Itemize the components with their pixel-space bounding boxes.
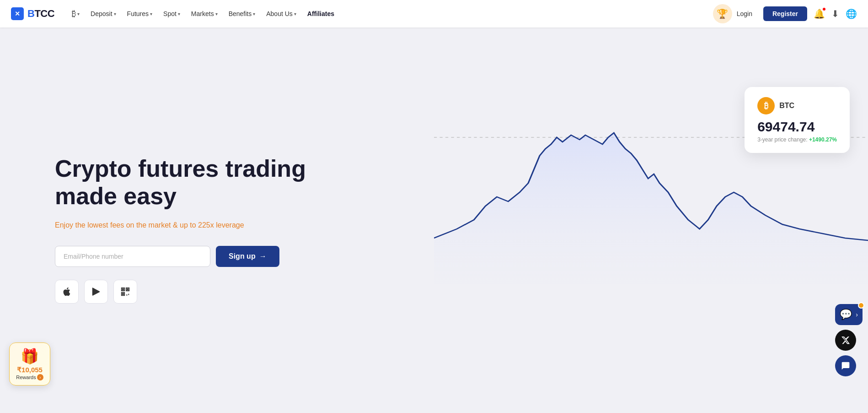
- support-arrow-icon: ›: [856, 311, 858, 318]
- chart-section: ₿ BTC 69474.74 3-year price change: +149…: [434, 27, 868, 413]
- nav-deposit[interactable]: Deposit ▾: [86, 7, 120, 20]
- notification-badge: [822, 7, 826, 11]
- logo-area[interactable]: ✕ BTCC: [11, 7, 54, 20]
- btc-price: 69474.74: [757, 119, 837, 135]
- hero-section: Crypto futures trading made easy Enjoy t…: [0, 27, 434, 413]
- bitcoin-nav-item[interactable]: ₿ ▾: [67, 6, 84, 22]
- register-button[interactable]: Register: [763, 6, 807, 21]
- chat-bubble-icon: [841, 361, 850, 370]
- download-icon[interactable]: ⬇: [831, 8, 839, 19]
- signup-row: Sign up →: [55, 246, 407, 267]
- x-social-button[interactable]: [835, 330, 856, 351]
- hero-subtitle: Enjoy the lowest fees on the market & up…: [55, 221, 407, 229]
- btc-change-value: +1490.27%: [809, 136, 837, 143]
- app-download-icons: [55, 280, 407, 304]
- btc-change: 3-year price change: +1490.27%: [757, 136, 837, 143]
- notification-icon[interactable]: 🔔: [814, 8, 825, 19]
- support-chat-icon: 💬: [840, 309, 852, 321]
- main-content: Crypto futures trading made easy Enjoy t…: [0, 27, 868, 413]
- apple-icon: [62, 287, 72, 297]
- qr-code-button[interactable]: [113, 280, 137, 304]
- nav-spot[interactable]: Spot ▾: [159, 7, 185, 20]
- btc-symbol: BTC: [779, 102, 794, 110]
- nav-about[interactable]: About Us ▾: [262, 7, 301, 20]
- hero-title: Crypto futures trading made easy: [55, 155, 407, 210]
- main-nav: Deposit ▾ Futures ▾ Spot ▾ Markets ▾ Ben…: [86, 7, 711, 20]
- btc-card-header: ₿ BTC: [757, 97, 837, 114]
- benefits-chevron-icon: ▾: [253, 11, 255, 16]
- svg-rect-3: [122, 288, 124, 290]
- x-icon: [841, 336, 850, 345]
- rewards-widget[interactable]: 🎁 ₹10,055 Rewards ›: [9, 342, 50, 386]
- futures-chevron-icon: ▾: [150, 11, 152, 16]
- rewards-emoji: 🎁: [21, 348, 39, 365]
- header: ✕ BTCC ₿ ▾ Deposit ▾ Futures ▾ Spot ▾ Ma…: [0, 0, 868, 27]
- google-play-button[interactable]: [84, 280, 108, 304]
- google-play-icon: [91, 287, 101, 297]
- btcc-logo-icon: ✕: [11, 7, 24, 20]
- qr-code-icon: [120, 287, 130, 297]
- markets-chevron-icon: ▾: [215, 11, 218, 16]
- deposit-chevron-icon: ▾: [114, 11, 116, 16]
- signup-button[interactable]: Sign up →: [216, 246, 279, 267]
- chat-support-widget[interactable]: 💬 ›: [835, 304, 863, 325]
- btc-coin-icon: ₿: [757, 97, 775, 114]
- email-input[interactable]: [55, 246, 210, 267]
- rewards-label: Rewards ›: [16, 374, 43, 380]
- about-chevron-icon: ▾: [294, 11, 296, 16]
- nav-affiliates[interactable]: Affiliates: [303, 7, 339, 20]
- nav-markets[interactable]: Markets ▾: [187, 7, 222, 20]
- svg-rect-5: [122, 293, 124, 295]
- globe-icon[interactable]: 🌐: [846, 8, 857, 19]
- rewards-amount: ₹10,055: [17, 366, 43, 374]
- live-chat-button[interactable]: [835, 355, 856, 376]
- bitcoin-chevron-icon: ▾: [77, 11, 80, 16]
- spot-chevron-icon: ▾: [178, 11, 180, 16]
- chart-area: ₿ BTC 69474.74 3-year price change: +149…: [434, 27, 868, 413]
- header-right: Login Register 🔔 ⬇ 🌐: [732, 6, 857, 21]
- nav-futures[interactable]: Futures ▾: [123, 7, 157, 20]
- btc-price-card: ₿ BTC 69474.74 3-year price change: +149…: [745, 87, 850, 153]
- support-badge: [858, 302, 864, 309]
- logo-text: BTCC: [27, 8, 54, 20]
- svg-rect-4: [127, 288, 129, 290]
- login-button[interactable]: Login: [732, 7, 757, 20]
- side-widgets: 💬 ›: [835, 304, 863, 376]
- trophy-button[interactable]: 🏆: [713, 4, 732, 23]
- apple-store-button[interactable]: [55, 280, 79, 304]
- nav-benefits[interactable]: Benefits ▾: [224, 7, 260, 20]
